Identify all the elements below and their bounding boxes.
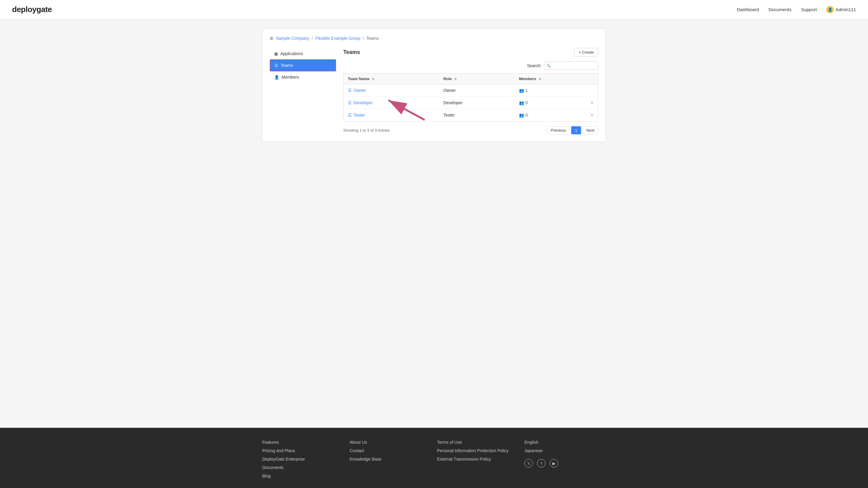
- teams-icon: ☰: [275, 63, 278, 68]
- footer-col-2: About Us Contact Knowledge Base: [350, 440, 431, 478]
- logo[interactable]: deploygate: [12, 5, 52, 14]
- footer-col-4: English Japanese 𝕏 f ▶: [524, 440, 606, 478]
- delete-developer-button[interactable]: ✕: [590, 100, 594, 105]
- search-row: Search: 🔍: [343, 61, 598, 70]
- cell-members-owner: 👥 1: [515, 84, 598, 97]
- list-icon-developer: ☰: [348, 100, 352, 105]
- sort-icon-name: ⇅: [372, 77, 374, 81]
- footer-link-blog[interactable]: Blog: [262, 474, 344, 478]
- cell-team-name-tester: ☰ Tester: [344, 109, 439, 121]
- facebook-icon[interactable]: f: [537, 459, 546, 467]
- col-team-name[interactable]: Team Name ⇅: [344, 73, 439, 84]
- twitter-icon[interactable]: 𝕏: [524, 459, 533, 467]
- footer-link-transmission[interactable]: External Transmission Policy: [437, 457, 518, 461]
- footer-link-contact[interactable]: Contact: [350, 448, 431, 453]
- next-button[interactable]: Next: [582, 126, 598, 134]
- sidebar-label-members: Members: [281, 75, 299, 79]
- user-avatar: 👤: [827, 6, 834, 13]
- user-badge[interactable]: 👤 Admin111: [827, 6, 856, 13]
- content-card: ⊞ Sample Company / Flexible Example Grou…: [262, 28, 606, 142]
- members-icon-tester: 👥: [519, 113, 524, 118]
- pagination-row: Showing 1 to 3 of 3 entries Previous 1 N…: [343, 126, 598, 134]
- main-panel: Teams + Create Search: 🔍: [343, 48, 598, 134]
- footer-col-1: Features Pricing and Plans DeployGate En…: [262, 440, 344, 478]
- footer-link-japanese[interactable]: Japanese: [524, 448, 606, 453]
- footer-link-privacy[interactable]: Personal Information Protection Policy: [437, 448, 518, 453]
- pagination-controls: Previous 1 Next: [547, 126, 598, 134]
- create-button[interactable]: + Create: [574, 48, 598, 57]
- breadcrumb-sep-1: /: [312, 36, 313, 41]
- header: deploygate Dashboard Documents Support 👤…: [0, 0, 868, 19]
- footer-link-pricing[interactable]: Pricing and Plans: [262, 448, 344, 453]
- footer-link-features[interactable]: Features: [262, 440, 344, 445]
- logo-prefix: deploy: [12, 5, 36, 14]
- header-nav: Dashboard Documents Support 👤 Admin111: [737, 6, 856, 13]
- sidebar: ▦ Applications ☰ Teams 👤 Members: [270, 48, 336, 134]
- social-icons: 𝕏 f ▶: [524, 459, 606, 467]
- sidebar-label-applications: Applications: [280, 51, 303, 56]
- layout: ▦ Applications ☰ Teams 👤 Members Teams +…: [270, 48, 598, 134]
- nav-documents[interactable]: Documents: [769, 7, 792, 12]
- breadcrumb-icon: ⊞: [270, 36, 273, 41]
- sidebar-item-applications[interactable]: ▦ Applications: [270, 48, 336, 59]
- list-icon-tester: ☰: [348, 113, 352, 118]
- col-members[interactable]: Members ⇅: [515, 73, 598, 84]
- search-input[interactable]: [544, 61, 598, 70]
- pagination-summary: Showing 1 to 3 of 3 entries: [343, 128, 390, 133]
- breadcrumb-group[interactable]: Flexible Example Group: [315, 36, 360, 41]
- cell-team-name-developer: ☰ Developer: [344, 97, 439, 109]
- team-link-tester[interactable]: ☰ Tester: [348, 113, 435, 118]
- sidebar-item-teams[interactable]: ☰ Teams: [270, 59, 336, 71]
- sidebar-item-members[interactable]: 👤 Members: [270, 71, 336, 83]
- table-head: Team Name ⇅ Role ⇅ Members ⇅: [344, 73, 598, 84]
- footer-link-english[interactable]: English: [524, 440, 606, 445]
- nav-dashboard[interactable]: Dashboard: [737, 7, 759, 12]
- nav-support[interactable]: Support: [801, 7, 817, 12]
- table-row: ☰ Developer Developer 👥 0: [344, 97, 598, 109]
- applications-icon: ▦: [274, 52, 278, 56]
- list-icon-owner: ☰: [348, 88, 352, 93]
- user-name: Admin111: [835, 7, 856, 12]
- footer-link-enterprise[interactable]: DeployGate Enterprise: [262, 457, 344, 461]
- footer-link-about[interactable]: About Us: [350, 440, 431, 445]
- footer-link-documents[interactable]: Documents: [262, 465, 344, 470]
- table-body: ☰ Owner Owner 👥 1: [344, 84, 598, 121]
- footer-grid: Features Pricing and Plans DeployGate En…: [262, 440, 606, 478]
- footer: Features Pricing and Plans DeployGate En…: [0, 428, 868, 488]
- footer-link-terms[interactable]: Terms of Use: [437, 440, 518, 445]
- cell-members-tester: 👥 0 ✕: [515, 109, 598, 121]
- search-input-wrap: 🔍: [544, 61, 598, 70]
- table-row: ☰ Owner Owner 👥 1: [344, 84, 598, 97]
- col-role[interactable]: Role ⇅: [439, 73, 515, 84]
- footer-col-3: Terms of Use Personal Information Protec…: [437, 440, 518, 478]
- sort-icon-role: ⇅: [454, 77, 457, 81]
- breadcrumb-current: Teams: [366, 36, 378, 41]
- team-link-owner[interactable]: ☰ Owner: [348, 88, 435, 93]
- delete-tester-button[interactable]: ✕: [590, 113, 594, 118]
- panel-header: Teams + Create: [343, 48, 598, 57]
- sidebar-label-teams: Teams: [281, 63, 293, 68]
- cell-role-owner: Owner: [439, 84, 515, 97]
- cell-role-tester: Tester: [439, 109, 515, 121]
- cell-team-name-owner: ☰ Owner: [344, 84, 439, 97]
- search-label: Search:: [527, 63, 541, 68]
- cell-role-developer: Developer: [439, 97, 515, 109]
- previous-button[interactable]: Previous: [547, 126, 570, 134]
- members-icon: 👤: [274, 75, 279, 79]
- footer-link-knowledge[interactable]: Knowledge Base: [350, 457, 431, 461]
- search-icon: 🔍: [547, 64, 551, 68]
- cell-members-developer: 👥 0 ✕: [515, 97, 598, 109]
- main-wrapper: ⊞ Sample Company / Flexible Example Grou…: [0, 19, 868, 428]
- sort-icon-members: ⇅: [538, 77, 541, 81]
- panel-title: Teams: [343, 49, 360, 56]
- teams-table: Team Name ⇅ Role ⇅ Members ⇅: [343, 73, 598, 121]
- table-container: Team Name ⇅ Role ⇅ Members ⇅: [343, 73, 598, 121]
- team-link-developer[interactable]: ☰ Developer: [348, 100, 435, 105]
- members-icon-developer: 👥: [519, 100, 524, 105]
- members-icon-owner: 👥: [519, 88, 524, 93]
- breadcrumb-company[interactable]: Sample Company: [276, 36, 309, 41]
- page-1-button[interactable]: 1: [571, 126, 581, 134]
- breadcrumb: ⊞ Sample Company / Flexible Example Grou…: [270, 36, 598, 41]
- breadcrumb-sep-2: /: [363, 36, 364, 41]
- youtube-icon[interactable]: ▶: [550, 459, 558, 467]
